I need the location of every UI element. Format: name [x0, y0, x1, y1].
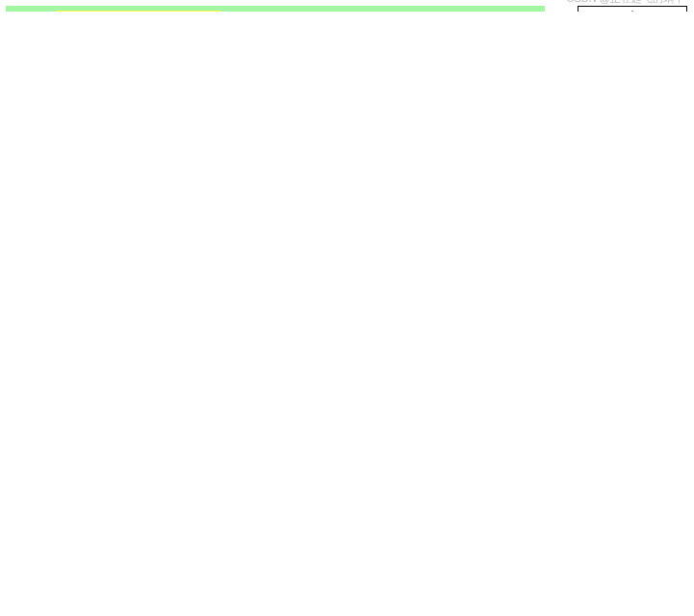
macro-name: portcontextRESTORE_CONTEXT: [56, 11, 221, 12]
code-pane: .macro portcontextRESTORE_CONTEXT load_x…: [6, 6, 545, 12]
stack-table: ..pxStackpxTopOfStack...mstatusxCritical…: [578, 6, 687, 12]
stack-cell: .: [578, 7, 686, 12]
watermark: CSDN @正在起飞的蜗牛: [567, 0, 684, 6]
